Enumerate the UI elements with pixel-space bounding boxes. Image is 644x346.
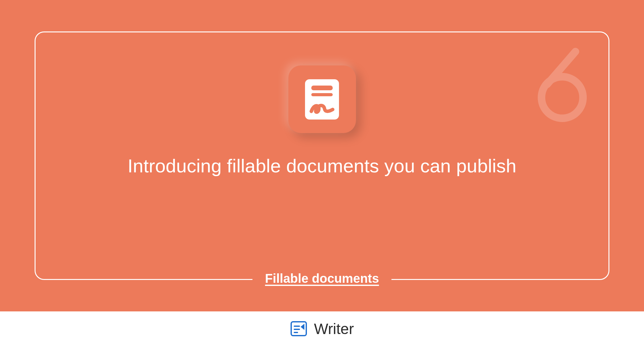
fillable-document-icon — [303, 77, 341, 121]
svg-rect-2 — [311, 86, 333, 90]
hero-banner: Introducing fillable documents you can p… — [0, 0, 644, 311]
writer-logo-icon — [290, 320, 308, 338]
product-name: Writer — [314, 320, 354, 338]
feature-icon-tile — [288, 65, 356, 133]
hero-content: Introducing fillable documents you can p… — [0, 65, 644, 177]
hero-headline: Introducing fillable documents you can p… — [128, 155, 517, 177]
footer-bar: Writer — [0, 311, 644, 346]
hero-subtitle: Fillable documents — [265, 271, 379, 286]
svg-rect-1 — [305, 79, 339, 120]
svg-rect-3 — [311, 93, 333, 96]
hero-subtitle-container: Fillable documents — [253, 272, 391, 285]
